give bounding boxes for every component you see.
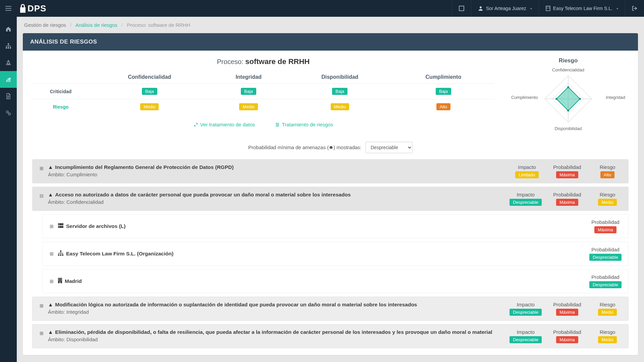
svg-rect-7 xyxy=(8,43,9,45)
expand-toggle[interactable]: ⊞ xyxy=(49,278,55,284)
hamburger-menu-icon[interactable] xyxy=(0,0,17,17)
svg-rect-33 xyxy=(60,254,61,256)
window-icon xyxy=(459,6,464,11)
svg-point-22 xyxy=(567,86,569,88)
link-ver-tratamiento-datos[interactable]: Ver tratamiento de datos xyxy=(194,122,255,127)
expand-toggle[interactable]: ⊞ xyxy=(39,330,45,336)
asset-title: Easy Telecom Law Firm S.L. (Organización… xyxy=(58,250,589,257)
metric-label-impacto: Impacto xyxy=(509,329,542,335)
svg-rect-6 xyxy=(549,8,549,9)
chart-icon xyxy=(5,76,11,82)
sidebar xyxy=(0,17,17,362)
warning-icon: ▲ xyxy=(48,164,53,170)
threat-title: ▲Modificación lógica no autorizada de in… xyxy=(48,302,509,308)
svg-point-1 xyxy=(480,6,482,8)
asset-row: ⊞Servidor de archivos (L)ProbabilidadMáx… xyxy=(42,214,629,238)
svg-point-14 xyxy=(278,124,279,125)
metric-label-riesgo: Riesgo xyxy=(593,192,622,197)
col-cumplimiento: Cumplimiento xyxy=(392,71,494,84)
svg-point-12 xyxy=(8,113,10,115)
svg-rect-10 xyxy=(10,47,11,49)
row-criticidad: Criticidad xyxy=(32,84,89,99)
threat-title: ▲Eliminación, pérdida de disponibilidad,… xyxy=(48,329,509,335)
sliders-icon xyxy=(275,122,280,127)
metric-label-impacto: Impacto xyxy=(509,302,542,307)
breadcrumb-current: Proceso: software de RRHH xyxy=(127,22,190,28)
badge-crit-conf: Baja xyxy=(142,88,157,95)
badge-riesgo: Medio xyxy=(598,309,616,316)
svg-point-11 xyxy=(6,111,8,113)
svg-rect-31 xyxy=(60,250,61,252)
logout-button[interactable] xyxy=(625,0,644,17)
exchange-icon xyxy=(194,122,198,127)
nav-analysis[interactable] xyxy=(0,71,17,88)
breadcrumb-link[interactable]: Análisis de riesgos xyxy=(75,22,117,28)
threat-row: ⊞▲Eliminación, pérdida de disponibilidad… xyxy=(32,324,629,348)
svg-rect-9 xyxy=(8,47,9,49)
badge-prob: Despreciable xyxy=(589,281,622,288)
user-menu[interactable]: Sor Arteaga Juarez ▾ xyxy=(471,0,539,17)
nav-home[interactable] xyxy=(0,21,17,38)
expand-toggle[interactable]: ⊞ xyxy=(49,251,55,257)
svg-rect-34 xyxy=(62,254,63,256)
org-menu[interactable]: Easy Telecom Law Firm S.L. ▾ xyxy=(539,0,625,17)
nav-docs[interactable] xyxy=(0,88,17,105)
metric-label-impacto: Impacto xyxy=(512,164,542,170)
nav-settings[interactable] xyxy=(0,105,17,121)
link-tratamiento-riesgos[interactable]: Tratamiento de riesgos xyxy=(275,122,333,127)
brand-logo[interactable]: DPS xyxy=(17,3,46,14)
badge-prob: Máxima xyxy=(594,226,616,233)
metric-label-riesgo: Riesgo xyxy=(593,164,622,170)
metric-label-prob: Probabilidad xyxy=(552,329,582,335)
metric-label-prob: Probabilidad xyxy=(589,274,622,280)
threat-scope: Ámbito: Confidencialidad xyxy=(48,199,509,205)
col-confidencialidad: Confidencialidad xyxy=(89,71,210,84)
lock-icon xyxy=(19,4,26,13)
badge-riesgo-cump: Alto xyxy=(436,103,450,110)
threat-scope: Ámbito: Integridad xyxy=(48,309,509,315)
summary-table: Confidencialidad Integridad Disponibilid… xyxy=(32,71,494,114)
badge-crit-disp: Baja xyxy=(332,88,347,95)
org-icon xyxy=(58,250,63,257)
svg-point-13 xyxy=(276,123,277,124)
svg-rect-40 xyxy=(60,282,60,283)
badge-prob: Máxima xyxy=(556,336,578,343)
home-icon xyxy=(5,26,11,32)
expand-toggle[interactable]: ⊟ xyxy=(39,193,45,199)
metric-label-riesgo: Riesgo xyxy=(593,302,622,307)
asset-title: Madrid xyxy=(58,278,589,285)
prob-filter-select[interactable]: Despreciable xyxy=(366,142,413,153)
expand-toggle[interactable]: ⊞ xyxy=(49,223,55,229)
panel: ANÁLISIS DE RIESGOS Proceso: software de… xyxy=(23,33,638,355)
breadcrumb-root[interactable]: Gestión de riesgos xyxy=(24,22,66,28)
chart-axis-conf: Confidencialidad xyxy=(552,67,584,72)
badge-prob: Despreciable xyxy=(589,254,622,261)
expand-toggle[interactable]: ⊞ xyxy=(39,303,45,309)
svg-marker-21 xyxy=(556,87,580,111)
brand-text: DPS xyxy=(28,3,46,14)
nav-structure[interactable] xyxy=(0,38,17,54)
bug-icon xyxy=(329,145,333,150)
metric-label-prob: Probabilidad xyxy=(589,219,622,225)
expand-toggle[interactable]: ⊞ xyxy=(39,165,45,171)
asset-row: ⊞Easy Telecom Law Firm S.L. (Organizació… xyxy=(42,242,629,266)
nav-cycle[interactable] xyxy=(0,54,17,71)
topbar-app-switch[interactable] xyxy=(452,0,471,17)
metric-label-prob: Probabilidad xyxy=(552,192,582,197)
svg-rect-38 xyxy=(59,280,59,281)
row-riesgo: Riesgo xyxy=(32,99,89,115)
badge-prob: Máxima xyxy=(556,199,578,206)
metric-label-riesgo: Riesgo xyxy=(593,329,622,335)
gears-icon xyxy=(5,110,11,116)
badge-impacto: Limitado xyxy=(515,171,538,178)
badge-impacto: Despreciable xyxy=(509,199,542,206)
document-icon xyxy=(6,93,11,99)
svg-point-29 xyxy=(59,224,59,225)
badge-riesgo: Medio xyxy=(598,336,616,343)
threat-row: ⊟▲Acceso no autorizado a datos de caráct… xyxy=(32,187,629,211)
svg-rect-8 xyxy=(6,47,7,49)
svg-rect-5 xyxy=(547,8,547,9)
server-icon xyxy=(58,223,63,229)
threat-row: ⊞▲Modificación lógica no autorizada de i… xyxy=(32,297,629,321)
badge-riesgo-integ: Medio xyxy=(239,103,258,110)
